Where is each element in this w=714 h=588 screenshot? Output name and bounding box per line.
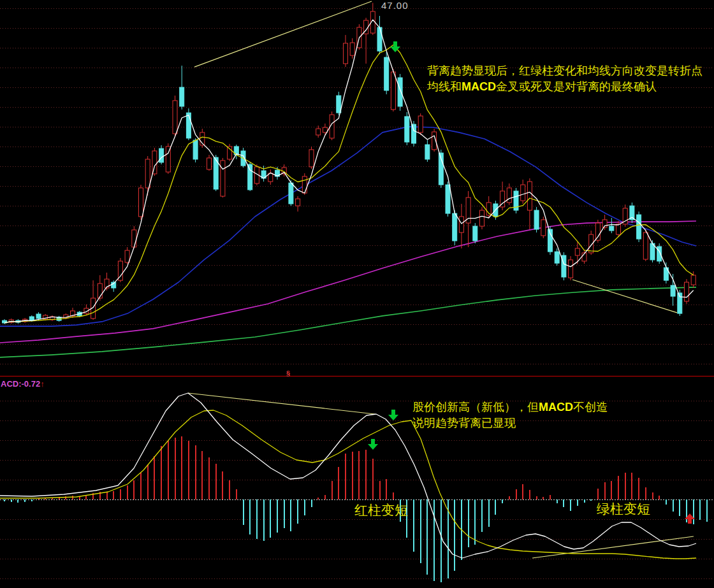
annotation-red-bars-shrink: 红柱变短 (354, 502, 408, 518)
peak-price-label: 47.00 (381, 0, 409, 11)
trading-chart-window: 47.00 背离趋势显现后，红绿柱变化和均线方向改变是转折点 均线和MACD金叉… (0, 0, 714, 588)
macd-indicator-value: ACD:-0.72↑ (1, 379, 45, 389)
annotation-green-bars-shrink: 绿柱变短 (597, 501, 650, 517)
green-down-arrow-macd-dea-peak-icon (388, 410, 398, 420)
red-up-arrow-macd-end-icon (685, 513, 695, 524)
price-candlestick-panel[interactable] (0, 0, 714, 376)
panel-splitter[interactable] (0, 376, 714, 376)
annotation-line: 均线和MACD金叉或死叉是对背离的最终确认 (427, 79, 703, 95)
annotation-macd-divergence: 股价创新高（新低），但MACD不创造 说明趋势背离已显现 (412, 399, 608, 431)
annotation-line: 说明趋势背离已显现 (412, 415, 608, 431)
annotation-line: 背离趋势显现后，红绿柱变化和均线方向改变是转折点 (427, 63, 703, 79)
up-arrow-icon: ↑ (40, 379, 45, 389)
annotation-divergence-rule: 背离趋势显现后，红绿柱变化和均线方向改变是转折点 均线和MACD金叉或死叉是对背… (427, 63, 703, 95)
candles (3, 3, 696, 324)
green-down-arrow-price-peak-icon (390, 41, 400, 52)
green-down-arrow-macd-hist-peak-icon (368, 439, 378, 450)
annotation-line: 股价创新高（新低），但MACD不创造 (412, 399, 608, 415)
splitter-handle-icon[interactable]: § (286, 370, 290, 377)
